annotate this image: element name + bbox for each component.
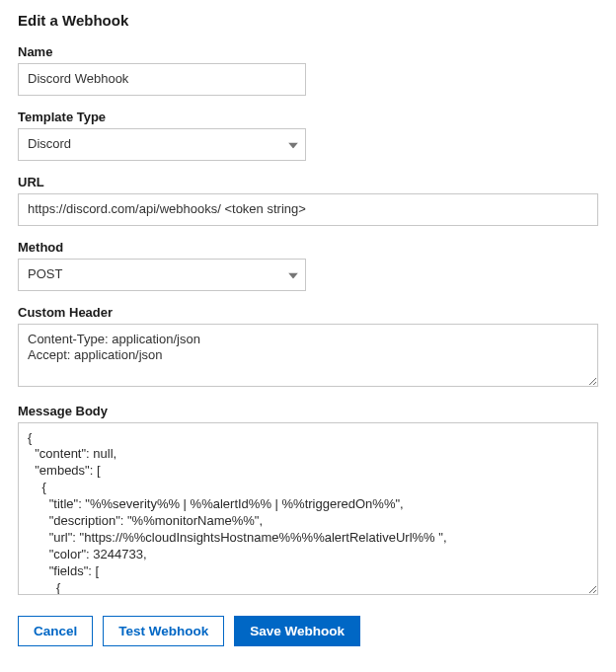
template-type-label: Template Type [18,110,598,124]
method-label: Method [18,240,598,255]
url-field: URL [18,175,598,226]
cancel-button[interactable]: Cancel [18,616,93,647]
message-body-field: Message Body [18,404,598,598]
page-title: Edit a Webhook [18,12,598,29]
name-input[interactable] [18,63,306,96]
template-type-select[interactable]: Discord [18,128,306,161]
name-field: Name [18,44,598,96]
url-input[interactable] [18,193,598,226]
message-body-textarea[interactable] [18,422,598,595]
method-select[interactable]: POST [18,259,306,291]
button-row: Cancel Test Webhook Save Webhook [18,616,598,647]
template-type-field: Template Type Discord [18,110,598,161]
custom-header-label: Custom Header [18,305,598,320]
test-webhook-button[interactable]: Test Webhook [103,616,224,647]
name-label: Name [18,44,598,59]
custom-header-field: Custom Header [18,305,598,390]
custom-header-textarea[interactable] [18,324,598,387]
save-webhook-button[interactable]: Save Webhook [234,616,360,647]
method-field: Method POST [18,240,598,291]
url-label: URL [18,175,598,189]
message-body-label: Message Body [18,404,598,418]
